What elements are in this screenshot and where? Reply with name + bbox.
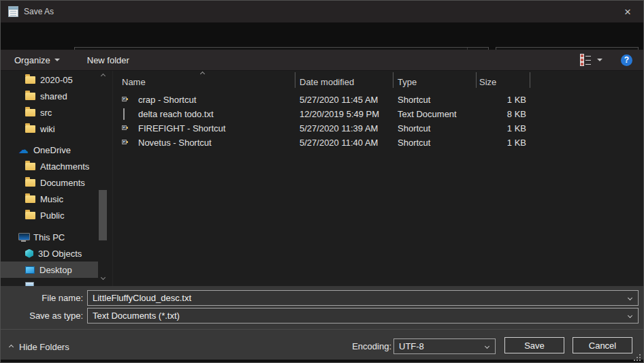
sidebar-item-label: src xyxy=(40,108,52,118)
sidebar-item-label: Attachments xyxy=(40,161,89,172)
sidebar-item-partial[interactable] xyxy=(1,278,98,286)
folder-icon xyxy=(25,125,35,133)
column-divider[interactable] xyxy=(530,72,530,88)
save-as-type-label: Save as type: xyxy=(1,308,83,323)
close-icon: × xyxy=(624,6,631,18)
column-header-type[interactable]: Type xyxy=(393,72,476,89)
file-name-label: File name: xyxy=(1,290,83,306)
cancel-button[interactable]: Cancel xyxy=(573,337,632,353)
file-row[interactable]: delta reach todo.txt 12/20/2019 5:49 PM … xyxy=(113,107,643,121)
file-type: Shortcut xyxy=(393,121,476,136)
organize-button[interactable]: Organize xyxy=(9,50,65,70)
close-button[interactable]: × xyxy=(612,1,643,22)
file-date: 12/20/2019 5:49 PM xyxy=(295,107,393,121)
title-bar: Save As × xyxy=(1,1,643,22)
sidebar-scrollbar-thumb[interactable] xyxy=(99,190,107,240)
folder-icon xyxy=(25,109,35,116)
help-button[interactable]: ? xyxy=(621,54,632,66)
sidebar-item-label: wiki xyxy=(40,124,55,134)
command-toolbar: Organize New folder ? xyxy=(1,50,643,71)
sidebar-scroll-up-button[interactable] xyxy=(98,72,108,80)
sidebar-item-music[interactable]: Music xyxy=(1,191,98,207)
sidebar-item-label: Music xyxy=(40,194,63,204)
sidebar-item-label: Desktop xyxy=(39,265,72,275)
details-view-row xyxy=(581,59,591,61)
chevron-up-icon xyxy=(101,74,106,78)
sidebar-item-3d-objects[interactable]: 3D Objects xyxy=(1,245,98,262)
sidebar-item-onedrive[interactable]: ☁OneDrive xyxy=(1,142,98,158)
view-square-icon xyxy=(581,59,583,61)
column-header-name[interactable]: Name xyxy=(113,72,295,89)
folder-icon xyxy=(25,163,35,170)
text-file-icon xyxy=(123,108,125,120)
file-size: 1 KB xyxy=(476,93,530,107)
file-name-value: LittleFluffyCloud_desc.txt xyxy=(93,293,191,303)
view-square-icon xyxy=(581,63,583,65)
toolbar-right-group: ? xyxy=(581,54,632,66)
help-icon: ? xyxy=(624,55,629,65)
encoding-value: UTF-8 xyxy=(399,341,424,351)
file-row[interactable]: Novetus - Shortcut 5/27/2020 11:40 AM Sh… xyxy=(113,136,643,150)
sidebar-item-documents[interactable]: Documents xyxy=(1,174,98,191)
new-folder-button[interactable]: New folder xyxy=(82,50,135,70)
window-bottom-edge xyxy=(1,360,643,363)
file-size: 8 KB xyxy=(476,107,530,121)
hide-folders-button[interactable]: Hide Folders xyxy=(10,342,69,352)
column-divider[interactable] xyxy=(476,72,477,88)
filename-panel: File name: LittleFluffyCloud_desc.txt Sa… xyxy=(1,286,643,329)
column-divider[interactable] xyxy=(393,72,393,88)
sidebar-item-public[interactable]: Public xyxy=(1,207,98,223)
column-header-spare xyxy=(530,72,643,89)
file-name: crap - Shortcut xyxy=(138,95,196,105)
file-name: FIREFIGHT - Shortcut xyxy=(138,123,225,133)
sidebar-item-label: OneDrive xyxy=(33,145,71,155)
sidebar-scroll-down-button[interactable] xyxy=(98,273,108,282)
view-line-icon xyxy=(585,56,591,57)
sidebar-item-2020-05[interactable]: 2020-05 xyxy=(1,72,98,88)
notepad-icon xyxy=(8,6,18,17)
sidebar-item-label: 2020-05 xyxy=(40,75,73,85)
file-row[interactable]: FIREFIGHT - Shortcut 5/27/2020 11:39 AM … xyxy=(113,121,643,136)
save-as-dialog: Save As × ← → ↑ This PC Desktop ↻ Search… xyxy=(0,0,644,363)
sidebar-item-wiki[interactable]: wiki xyxy=(1,121,98,137)
file-type: Text Document xyxy=(393,107,476,121)
file-row[interactable]: crap - Shortcut 5/27/2020 11:45 AM Short… xyxy=(113,93,643,107)
browse-area: 2020-05 shared src wiki ☁OneDrive Attach… xyxy=(1,71,643,286)
details-view-icon[interactable] xyxy=(581,54,591,65)
sidebar-item-label: This PC xyxy=(33,232,65,242)
cube-icon xyxy=(25,249,33,258)
column-divider[interactable] xyxy=(295,72,295,88)
file-name-input[interactable]: LittleFluffyCloud_desc.txt xyxy=(87,290,639,306)
save-as-type-select[interactable]: Text Documents (*.txt) xyxy=(87,308,639,323)
folder-icon xyxy=(25,93,35,100)
sidebar-item-desktop[interactable]: Desktop xyxy=(1,262,98,278)
file-name: Novetus - Shortcut xyxy=(138,138,212,148)
view-square-icon xyxy=(581,54,583,57)
sidebar-item-label: shared xyxy=(40,91,67,101)
column-header-date-modified[interactable]: Date modified xyxy=(295,72,393,89)
view-options-button[interactable] xyxy=(597,59,602,61)
file-size: 1 KB xyxy=(476,136,530,150)
sidebar-item-src[interactable]: src xyxy=(1,104,98,121)
sidebar-item-attachments[interactable]: Attachments xyxy=(1,158,98,174)
file-icon-wrap xyxy=(123,109,133,119)
file-name: delta reach todo.txt xyxy=(138,109,214,119)
organize-label: Organize xyxy=(14,55,50,65)
save-button[interactable]: Save xyxy=(504,337,564,353)
computer-icon xyxy=(18,233,29,242)
column-header-size[interactable]: Size xyxy=(476,72,530,89)
chevron-down-icon xyxy=(628,313,632,318)
details-view-row xyxy=(581,54,591,57)
encoding-select[interactable]: UTF-8 xyxy=(393,338,496,354)
sidebar-item-this-pc[interactable]: This PC xyxy=(1,229,98,245)
view-line-icon xyxy=(585,64,591,65)
sidebar-item-shared[interactable]: shared xyxy=(1,88,98,104)
resize-grip[interactable] xyxy=(634,353,641,361)
chevron-down-icon xyxy=(485,344,489,349)
chevron-down-icon xyxy=(101,275,106,280)
folder-icon xyxy=(25,76,35,84)
file-date: 5/27/2020 11:45 AM xyxy=(295,93,393,107)
sidebar-item-label: Public xyxy=(40,210,64,221)
sidebar-item-label: Documents xyxy=(40,178,85,188)
onedrive-cloud-icon: ☁ xyxy=(18,146,29,154)
